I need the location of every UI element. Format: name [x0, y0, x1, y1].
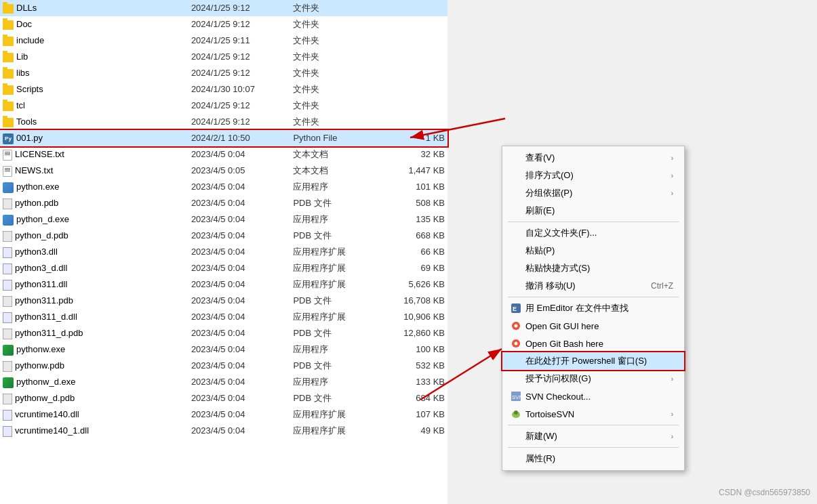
svg-point-7: [515, 324, 518, 328]
table-row[interactable]: Lib 2024/1/25 9:12 文件夹: [0, 49, 447, 65]
menu-item-view[interactable]: 查看(V) ›: [502, 149, 684, 167]
file-type: 文件夹: [290, 81, 384, 98]
menu-item-customize[interactable]: 自定义文件夹(F)...: [502, 224, 684, 242]
access-arrow: ›: [671, 375, 673, 383]
file-name: Doc: [0, 16, 188, 33]
folder-icon: [3, 118, 14, 127]
folder-icon: [3, 4, 14, 14]
txt-icon: [3, 150, 12, 161]
tortoise-icon: [511, 408, 521, 419]
separator-1: [508, 222, 679, 222]
table-row[interactable]: include 2024/1/25 9:11 文件夹: [0, 33, 447, 49]
file-size: 32 KB: [384, 146, 447, 163]
table-row[interactable]: vcruntime140.dll 2023/4/5 0:04 应用程序扩展 10…: [0, 406, 447, 423]
table-row[interactable]: pythonw_d.pdb 2023/4/5 0:04 PDB 文件 684 K…: [0, 390, 447, 406]
pdb-icon: [3, 231, 12, 242]
file-name: pythonw.exe: [0, 341, 188, 358]
menu-item-new[interactable]: 新建(W) ›: [502, 427, 684, 445]
menu-label-tortoisesvn: TortoiseSVN: [525, 409, 574, 419]
table-row[interactable]: python_d.pdb 2023/4/5 0:04 PDB 文件 668 KB: [0, 228, 447, 244]
table-row[interactable]: python.exe 2023/4/5 0:04 应用程序 101 KB: [0, 179, 447, 195]
menu-item-git-bash[interactable]: Open Git Bash here: [502, 335, 684, 352]
menu-item-git-gui[interactable]: Open Git GUI here: [502, 317, 684, 335]
pdb-icon: [3, 394, 12, 404]
menu-item-group[interactable]: 分组依据(P) ›: [502, 184, 684, 202]
file-date: 2023/4/5 0:04: [188, 341, 291, 358]
dll-icon: [3, 410, 12, 421]
txt-icon: [3, 166, 12, 177]
menu-item-refresh[interactable]: 刷新(E): [502, 202, 684, 219]
menu-label-powershell: 在此处打开 Powershell 窗口(S): [525, 355, 647, 367]
file-name: libs: [0, 65, 188, 81]
file-type: 应用程序扩展: [290, 423, 384, 439]
file-size: 135 KB: [384, 211, 447, 228]
table-row[interactable]: Doc 2024/1/25 9:12 文件夹: [0, 16, 447, 33]
file-name: pythonw_d.pdb: [0, 390, 188, 406]
powershell-icon: [511, 356, 521, 366]
table-row[interactable]: libs 2024/1/25 9:12 文件夹: [0, 65, 447, 81]
table-row[interactable]: python3_d.dll 2023/4/5 0:04 应用程序扩展 69 KB: [0, 260, 447, 276]
properties-icon: [511, 453, 521, 464]
file-name-text: libs: [16, 68, 30, 78]
menu-item-paste-shortcut[interactable]: 粘贴快捷方式(S): [502, 259, 684, 277]
file-size: [384, 16, 447, 33]
file-name: DLLs: [0, 0, 188, 16]
folder-icon: [3, 37, 14, 46]
table-row[interactable]: python_d.exe 2023/4/5 0:04 应用程序 135 KB: [0, 211, 447, 228]
file-name-text: Tools: [16, 117, 37, 127]
table-row[interactable]: Scripts 2024/1/30 10:07 文件夹: [0, 81, 447, 98]
menu-item-powershell[interactable]: 在此处打开 Powershell 窗口(S): [502, 352, 684, 370]
menu-label-refresh: 刷新(E): [525, 205, 555, 217]
table-row[interactable]: NEWS.txt 2023/4/5 0:05 文本文档 1,447 KB: [0, 163, 447, 179]
table-row[interactable]: pythonw.exe 2023/4/5 0:04 应用程序 100 KB: [0, 341, 447, 358]
menu-item-emeditor[interactable]: E 用 EmEditor 在文件中查找: [502, 299, 684, 317]
table-row[interactable]: Py001.py 2024/2/1 10:50 Python File 1 KB: [0, 130, 447, 146]
file-date: 2023/4/5 0:04: [188, 309, 291, 325]
file-size: 5,626 KB: [384, 276, 447, 293]
file-name: python311.dll: [0, 276, 188, 293]
table-row[interactable]: python311_d.dll 2023/4/5 0:04 应用程序扩展 10,…: [0, 309, 447, 325]
file-type: 应用程序: [290, 179, 384, 195]
table-row[interactable]: DLLs 2024/1/25 9:12 文件夹: [0, 0, 447, 16]
table-row[interactable]: vcruntime140_1.dll 2023/4/5 0:04 应用程序扩展 …: [0, 423, 447, 439]
table-row[interactable]: tcl 2024/1/25 9:12 文件夹: [0, 98, 447, 114]
menu-label-git-bash: Open Git Bash here: [525, 339, 603, 349]
menu-item-access[interactable]: 授予访问权限(G) ›: [502, 370, 684, 387]
table-row[interactable]: python311_d.pdb 2023/4/5 0:04 PDB 文件 12,…: [0, 325, 447, 341]
file-name: pythonw_d.exe: [0, 374, 188, 390]
table-row[interactable]: LICENSE.txt 2023/4/5 0:04 文本文档 32 KB: [0, 146, 447, 163]
menu-item-paste[interactable]: 粘贴(P): [502, 242, 684, 259]
table-row[interactable]: python311.dll 2023/4/5 0:04 应用程序扩展 5,626…: [0, 276, 447, 293]
folder-icon: [3, 53, 14, 62]
table-row[interactable]: Tools 2024/1/25 9:12 文件夹: [0, 114, 447, 130]
file-name: python311_d.pdb: [0, 325, 188, 341]
file-size: [384, 49, 447, 65]
table-row[interactable]: pythonw.pdb 2023/4/5 0:04 PDB 文件 532 KB: [0, 358, 447, 374]
menu-item-properties[interactable]: 属性(R): [502, 450, 684, 467]
access-icon: [511, 373, 521, 384]
table-row[interactable]: python.pdb 2023/4/5 0:04 PDB 文件 508 KB: [0, 195, 447, 211]
file-name: python.pdb: [0, 195, 188, 211]
file-date: 2024/1/30 10:07: [188, 81, 291, 98]
file-date: 2023/4/5 0:04: [188, 195, 291, 211]
file-type: PDB 文件: [290, 358, 384, 374]
menu-item-tortoisesvn[interactable]: TortoiseSVN ›: [502, 405, 684, 423]
menu-item-undo[interactable]: 撤消 移动(U) Ctrl+Z: [502, 277, 684, 295]
menu-item-sort[interactable]: 排序方式(O) ›: [502, 167, 684, 184]
file-type: 应用程序扩展: [290, 309, 384, 325]
menu-item-svn-checkout[interactable]: SVN SVN Checkout...: [502, 387, 684, 405]
file-name-text: python3.dll: [15, 247, 58, 257]
file-name-text: python3_d.dll: [15, 263, 67, 273]
file-type: 应用程序扩展: [290, 244, 384, 260]
file-size: 66 KB: [384, 244, 447, 260]
file-date: 2023/4/5 0:04: [188, 423, 291, 439]
table-row[interactable]: pythonw_d.exe 2023/4/5 0:04 应用程序 133 KB: [0, 374, 447, 390]
file-name-text: NEWS.txt: [15, 165, 53, 175]
table-row[interactable]: python311.pdb 2023/4/5 0:04 PDB 文件 16,70…: [0, 293, 447, 309]
dll-icon: [3, 247, 12, 258]
file-size: 508 KB: [384, 195, 447, 211]
file-date: 2024/1/25 9:12: [188, 114, 291, 130]
table-row[interactable]: python3.dll 2023/4/5 0:04 应用程序扩展 66 KB: [0, 244, 447, 260]
file-date: 2024/1/25 9:12: [188, 16, 291, 33]
git-gui-icon: [511, 320, 521, 331]
